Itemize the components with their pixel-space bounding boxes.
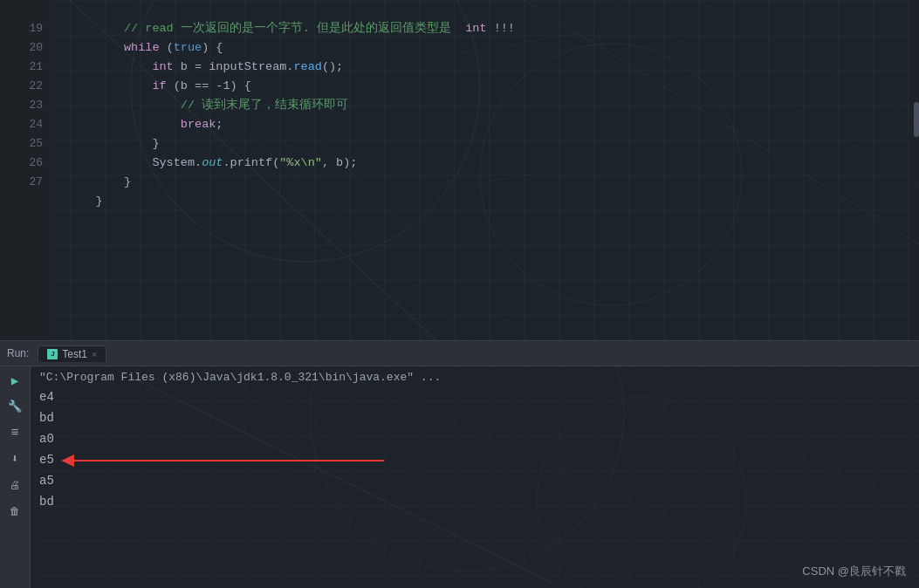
tab-title: Test1 — [62, 348, 87, 360]
console-toolbar: ▶ 🔧 ≡ ⬇ 🖨 🗑 — [0, 366, 31, 588]
console-area: ▶ 🔧 ≡ ⬇ 🖨 🗑 "C:\Program Files (x86)\Java… — [0, 366, 919, 588]
print-button[interactable]: 🖨 — [5, 475, 24, 495]
output-line-bd2: bd — [39, 491, 910, 512]
line-number: 23 — [29, 96, 43, 115]
line-number: 22 — [29, 77, 43, 96]
code-line: } — [50, 173, 910, 192]
editor-area: 19 20 21 22 23 24 25 26 27 // read 一次返回的… — [0, 0, 919, 340]
watermark: CSDN @良辰针不戳 — [802, 564, 906, 579]
svg-marker-19 — [61, 455, 74, 467]
tab-class-icon: J — [47, 349, 58, 359]
line-number: 27 — [29, 173, 43, 192]
line-number: 24 — [29, 115, 43, 134]
editor-gutter — [0, 0, 10, 340]
console-command: "C:\Program Files (x86)\Java\jdk1.8.0_32… — [39, 371, 910, 384]
output-line-a5: a5 — [39, 470, 910, 491]
settings-button[interactable]: 🔧 — [5, 397, 24, 416]
line-number: 20 — [29, 38, 43, 58]
run-panel-bar: Run: J Test1 × — [0, 340, 919, 366]
delete-button[interactable]: 🗑 — [5, 502, 24, 521]
code-line: // read 一次返回的是一个字节. 但是此处的返回值类型是 int !!! — [50, 0, 910, 19]
output-line-bd: bd — [39, 407, 910, 428]
filter-button[interactable]: ≡ — [5, 423, 24, 442]
download-button[interactable]: ⬇ — [5, 449, 24, 468]
line-number: 26 — [29, 154, 43, 173]
run-label: Run: — [7, 347, 29, 359]
red-arrow-annotation — [61, 451, 393, 470]
tab-close-button[interactable]: × — [92, 349, 97, 359]
output-line-e4: e4 — [39, 386, 910, 407]
line-number: 21 — [29, 58, 43, 77]
console-output: "C:\Program Files (x86)\Java\jdk1.8.0_32… — [31, 366, 919, 588]
output-line-a0: a0 — [39, 428, 910, 449]
line-number: 19 — [29, 19, 43, 38]
play-button[interactable]: ▶ — [5, 371, 24, 390]
code-line: System.out.printf("%x\n", b); — [50, 134, 910, 154]
code-editor[interactable]: // read 一次返回的是一个字节. 但是此处的返回值类型是 int !!! … — [50, 0, 910, 340]
output-line-e5: e5 — [39, 449, 910, 470]
line-number: 25 — [29, 134, 43, 154]
run-tab[interactable]: J Test1 × — [38, 345, 106, 362]
line-numbers: 19 20 21 22 23 24 25 26 27 — [10, 0, 50, 340]
